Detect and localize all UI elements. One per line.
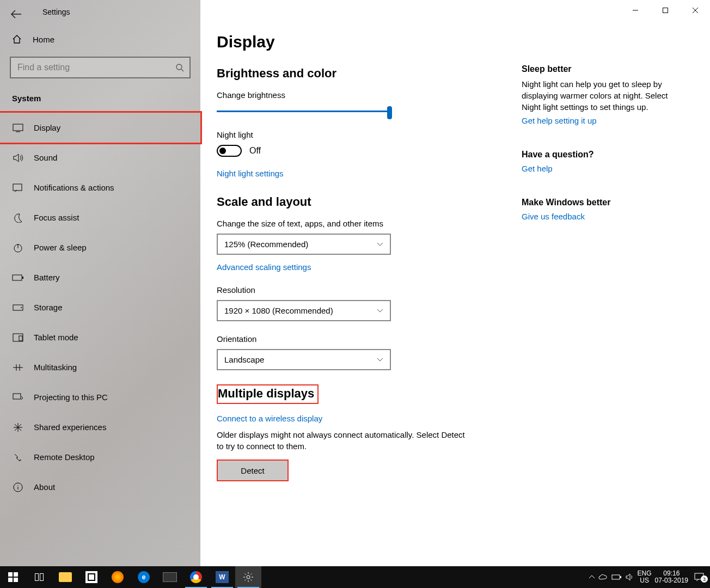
chrome-icon[interactable] bbox=[183, 566, 209, 588]
shared-icon bbox=[12, 422, 24, 432]
scale-heading: Scale and layout bbox=[217, 195, 478, 209]
volume-tray-icon[interactable] bbox=[626, 573, 634, 581]
sidebar-item-storage[interactable]: Storage bbox=[0, 292, 200, 322]
chevron-down-icon bbox=[377, 242, 383, 247]
brightness-heading: Brightness and color bbox=[217, 66, 478, 81]
sidebar-item-display[interactable]: Display bbox=[0, 113, 200, 143]
language-indicator[interactable]: ENGUS bbox=[638, 570, 652, 584]
sidebar-item-label: Projecting to this PC bbox=[34, 393, 108, 402]
tablet-icon bbox=[12, 333, 24, 342]
sidebar-item-multitasking[interactable]: Multitasking bbox=[0, 352, 200, 382]
search-input[interactable] bbox=[10, 57, 191, 78]
search-icon bbox=[175, 63, 184, 72]
edge-icon[interactable] bbox=[131, 566, 157, 588]
sidebar-item-label: Display bbox=[34, 123, 60, 132]
storage-icon bbox=[12, 304, 24, 311]
svg-rect-10 bbox=[19, 336, 22, 341]
feedback-link[interactable]: Give us feedback bbox=[522, 212, 585, 221]
sidebar-item-power[interactable]: Power & sleep bbox=[0, 232, 200, 262]
moon-icon bbox=[12, 213, 24, 223]
sleep-better-heading: Sleep better bbox=[522, 64, 674, 74]
maximize-button[interactable] bbox=[650, 0, 680, 21]
minimize-button[interactable] bbox=[620, 0, 650, 21]
back-button[interactable] bbox=[10, 8, 23, 21]
taskbar: W ENGUS 09:1607-03-2019 3 bbox=[0, 566, 710, 588]
sidebar-item-label: Battery bbox=[34, 273, 60, 282]
resolution-label: Resolution bbox=[217, 285, 478, 295]
page-title: Display bbox=[217, 33, 478, 51]
change-brightness-label: Change brightness bbox=[217, 90, 478, 100]
svg-point-8 bbox=[21, 307, 22, 308]
store-icon[interactable] bbox=[78, 566, 105, 588]
start-button[interactable] bbox=[0, 566, 26, 588]
orientation-label: Orientation bbox=[217, 334, 478, 344]
svg-rect-13 bbox=[8, 572, 13, 577]
question-heading: Have a question? bbox=[522, 150, 674, 160]
svg-rect-2 bbox=[13, 124, 23, 131]
dropdown-value: 125% (Recommended) bbox=[224, 240, 308, 249]
sidebar-item-label: Shared experiences bbox=[34, 422, 106, 432]
sleep-help-link[interactable]: Get help setting it up bbox=[522, 116, 597, 125]
svg-rect-0 bbox=[663, 8, 668, 13]
night-light-settings-link[interactable]: Night light settings bbox=[217, 169, 284, 178]
night-light-toggle[interactable] bbox=[217, 145, 242, 157]
multitasking-icon bbox=[12, 364, 24, 371]
settings-taskbar-icon[interactable] bbox=[235, 566, 261, 588]
make-better-heading: Make Windows better bbox=[522, 198, 674, 207]
sidebar-item-label: Storage bbox=[34, 303, 63, 312]
night-light-label: Night light bbox=[217, 130, 478, 139]
task-view-button[interactable] bbox=[26, 566, 52, 588]
info-icon bbox=[12, 482, 24, 492]
resolution-dropdown[interactable]: 1920 × 1080 (Recommended) bbox=[217, 300, 391, 321]
chevron-down-icon bbox=[377, 309, 383, 313]
word-icon[interactable]: W bbox=[209, 566, 235, 588]
svg-rect-19 bbox=[620, 576, 621, 578]
terminal-icon[interactable] bbox=[157, 566, 183, 588]
sidebar-item-projecting[interactable]: Projecting to this PC bbox=[0, 382, 200, 412]
detect-button[interactable]: Detect bbox=[217, 460, 289, 481]
sidebar-item-label: Sound bbox=[34, 153, 57, 162]
sidebar-item-shared-experiences[interactable]: Shared experiences bbox=[0, 412, 200, 442]
window-title: Settings bbox=[42, 8, 70, 16]
get-help-link[interactable]: Get help bbox=[522, 164, 553, 173]
chevron-down-icon bbox=[377, 358, 383, 362]
clock[interactable]: 09:1607-03-2019 bbox=[655, 570, 688, 584]
svg-rect-11 bbox=[13, 394, 21, 399]
home-icon bbox=[12, 34, 23, 44]
sidebar-item-tablet-mode[interactable]: Tablet mode bbox=[0, 322, 200, 352]
notification-badge: 3 bbox=[701, 575, 708, 583]
file-explorer-icon[interactable] bbox=[52, 566, 78, 588]
firefox-icon[interactable] bbox=[105, 566, 131, 588]
advanced-scaling-link[interactable]: Advanced scaling settings bbox=[217, 262, 311, 272]
action-center-icon[interactable]: 3 bbox=[691, 573, 707, 581]
sidebar-item-label: Tablet mode bbox=[34, 333, 78, 342]
svg-point-1 bbox=[176, 64, 182, 70]
sidebar-item-label: Power & sleep bbox=[34, 243, 87, 252]
svg-rect-14 bbox=[14, 572, 18, 577]
monitor-icon bbox=[12, 124, 24, 132]
sidebar-item-about[interactable]: About bbox=[0, 472, 200, 502]
text-size-label: Change the size of text, apps, and other… bbox=[217, 219, 478, 228]
sidebar-item-battery[interactable]: Battery bbox=[0, 262, 200, 292]
text-size-dropdown[interactable]: 125% (Recommended) bbox=[217, 234, 391, 255]
connect-wireless-link[interactable]: Connect to a wireless display bbox=[217, 414, 322, 423]
sidebar-item-notifications[interactable]: Notifications & actions bbox=[0, 173, 200, 203]
remote-icon bbox=[12, 452, 24, 462]
sidebar-item-focus-assist[interactable]: Focus assist bbox=[0, 203, 200, 232]
orientation-dropdown[interactable]: Landscape bbox=[217, 349, 391, 370]
svg-rect-9 bbox=[13, 334, 23, 341]
sidebar-item-remote-desktop[interactable]: Remote Desktop bbox=[0, 442, 200, 472]
toggle-state: Off bbox=[249, 146, 261, 156]
sidebar-item-label: Focus assist bbox=[34, 213, 79, 222]
svg-rect-3 bbox=[13, 184, 22, 191]
brightness-slider[interactable] bbox=[217, 105, 392, 118]
sidebar-item-label: Multitasking bbox=[34, 363, 77, 372]
close-button[interactable] bbox=[680, 0, 710, 21]
home-nav[interactable]: Home bbox=[0, 26, 200, 52]
battery-tray-icon[interactable] bbox=[611, 574, 622, 580]
sidebar-item-label: Notifications & actions bbox=[34, 183, 114, 192]
sidebar-item-sound[interactable]: Sound bbox=[0, 143, 200, 173]
onedrive-icon[interactable] bbox=[598, 574, 608, 580]
tray-chevron-icon[interactable] bbox=[589, 574, 595, 580]
older-displays-info: Older displays might not always connect … bbox=[217, 429, 473, 452]
